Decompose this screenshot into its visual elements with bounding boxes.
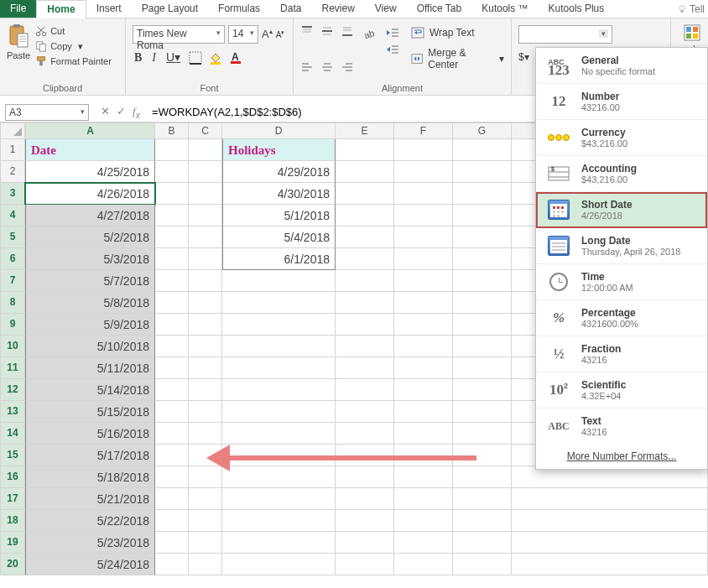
cell[interactable] bbox=[453, 532, 512, 554]
row-header[interactable]: 17 bbox=[0, 488, 25, 510]
cell[interactable] bbox=[222, 336, 336, 357]
col-header-C[interactable]: C bbox=[189, 122, 222, 139]
cell[interactable] bbox=[394, 532, 453, 554]
cell[interactable] bbox=[189, 379, 222, 401]
cell[interactable] bbox=[222, 379, 336, 401]
cell[interactable] bbox=[336, 554, 394, 575]
cell[interactable]: 5/2/2018 bbox=[25, 226, 155, 248]
cell[interactable] bbox=[394, 226, 453, 248]
tell-me[interactable]: Tell bbox=[677, 0, 708, 18]
row-header[interactable]: 16 bbox=[0, 466, 25, 488]
cell[interactable] bbox=[189, 401, 222, 423]
cell[interactable] bbox=[222, 532, 336, 554]
tab-review[interactable]: Review bbox=[311, 0, 364, 18]
cell[interactable] bbox=[394, 401, 453, 423]
cell[interactable] bbox=[394, 336, 453, 357]
format-option-text[interactable]: ABCText43216 bbox=[536, 408, 707, 444]
cut-button[interactable]: Cut bbox=[35, 25, 112, 37]
cell[interactable] bbox=[189, 292, 222, 314]
cell[interactable] bbox=[394, 270, 453, 292]
font-family-select[interactable]: Times New Roma bbox=[133, 25, 225, 44]
format-option-number[interactable]: 12Number43216.00 bbox=[536, 84, 707, 120]
cell[interactable] bbox=[453, 226, 512, 248]
cell[interactable] bbox=[394, 357, 453, 379]
select-all-corner[interactable] bbox=[0, 122, 25, 139]
format-option-accounting[interactable]: $Accounting$43,216.00 bbox=[536, 156, 707, 192]
cell[interactable] bbox=[189, 183, 222, 205]
increase-indent-icon[interactable] bbox=[386, 44, 399, 55]
cell[interactable] bbox=[155, 554, 189, 575]
row-header[interactable]: 14 bbox=[0, 423, 25, 445]
align-right-icon[interactable] bbox=[341, 61, 354, 73]
cell[interactable] bbox=[189, 357, 222, 379]
cell[interactable] bbox=[155, 532, 189, 554]
align-middle-icon[interactable] bbox=[320, 25, 334, 37]
cell[interactable]: 4/30/2018 bbox=[222, 183, 336, 205]
cancel-formula-icon[interactable]: ✕ bbox=[101, 105, 110, 120]
tab-formulas[interactable]: Formulas bbox=[208, 0, 270, 18]
tab-view[interactable]: View bbox=[365, 0, 407, 18]
row-header[interactable]: 7 bbox=[0, 270, 25, 292]
cell[interactable] bbox=[336, 336, 394, 357]
cell[interactable] bbox=[453, 248, 512, 270]
cell[interactable]: 5/9/2018 bbox=[25, 314, 155, 336]
conditional-formatting-icon[interactable] bbox=[683, 23, 701, 42]
row-header[interactable]: 9 bbox=[0, 314, 25, 336]
cell[interactable]: 4/25/2018 bbox=[25, 161, 155, 183]
cell[interactable] bbox=[336, 379, 394, 401]
cell[interactable] bbox=[336, 161, 394, 183]
borders-icon[interactable] bbox=[189, 51, 202, 65]
row-header[interactable]: 2 bbox=[0, 161, 25, 183]
cell[interactable] bbox=[394, 183, 453, 205]
cell[interactable]: 6/1/2018 bbox=[222, 248, 336, 270]
cell[interactable] bbox=[336, 226, 394, 248]
cell[interactable] bbox=[394, 314, 453, 336]
cell[interactable] bbox=[189, 161, 222, 183]
row-header[interactable]: 3 bbox=[0, 183, 25, 205]
orientation-icon[interactable]: ab bbox=[364, 27, 377, 40]
cell[interactable] bbox=[155, 226, 189, 248]
decrease-font-icon[interactable]: A▾ bbox=[276, 29, 285, 39]
cell[interactable] bbox=[336, 248, 394, 270]
format-option-longdate[interactable]: Long DateThursday, April 26, 2018 bbox=[536, 228, 707, 264]
cell[interactable] bbox=[155, 161, 189, 183]
tab-insert[interactable]: Insert bbox=[86, 0, 132, 18]
cell[interactable] bbox=[155, 205, 189, 226]
fill-color-icon[interactable] bbox=[209, 51, 222, 65]
cell[interactable] bbox=[189, 554, 222, 575]
cell[interactable] bbox=[336, 423, 394, 445]
row-header[interactable]: 18 bbox=[0, 510, 25, 532]
cell[interactable] bbox=[336, 292, 394, 314]
cell[interactable] bbox=[189, 532, 222, 554]
tab-data[interactable]: Data bbox=[270, 0, 311, 18]
cell[interactable] bbox=[155, 466, 189, 488]
cell[interactable] bbox=[453, 139, 512, 161]
cell[interactable] bbox=[189, 205, 222, 226]
cell[interactable] bbox=[394, 205, 453, 226]
format-option-fraction[interactable]: ½Fraction43216 bbox=[536, 336, 707, 372]
cell[interactable] bbox=[222, 314, 336, 336]
cell[interactable] bbox=[336, 314, 394, 336]
cell[interactable] bbox=[453, 554, 512, 575]
cell[interactable] bbox=[155, 183, 189, 205]
cell[interactable] bbox=[189, 423, 222, 445]
format-option-scientific[interactable]: 102Scientific4.32E+04 bbox=[536, 372, 707, 408]
cell[interactable] bbox=[222, 510, 336, 532]
tab-file[interactable]: File bbox=[0, 0, 36, 18]
cell[interactable] bbox=[453, 336, 512, 357]
cell[interactable] bbox=[453, 488, 512, 510]
cell[interactable]: 5/21/2018 bbox=[25, 488, 155, 510]
cell[interactable]: 4/27/2018 bbox=[25, 205, 155, 226]
cell[interactable] bbox=[394, 510, 453, 532]
tab-kutools-plus[interactable]: Kutools Plus bbox=[539, 0, 615, 18]
cell[interactable] bbox=[453, 314, 512, 336]
underline-button[interactable]: U▾ bbox=[164, 50, 182, 65]
cell[interactable]: 5/8/2018 bbox=[25, 292, 155, 314]
tab-office-tab[interactable]: Office Tab bbox=[407, 0, 472, 18]
align-center-icon[interactable] bbox=[320, 61, 334, 73]
cell[interactable] bbox=[394, 423, 453, 445]
cell[interactable]: 5/24/2018 bbox=[25, 554, 155, 575]
cell[interactable]: 5/7/2018 bbox=[25, 270, 155, 292]
cell[interactable]: 4/26/2018 bbox=[25, 183, 155, 205]
cell[interactable] bbox=[453, 292, 512, 314]
